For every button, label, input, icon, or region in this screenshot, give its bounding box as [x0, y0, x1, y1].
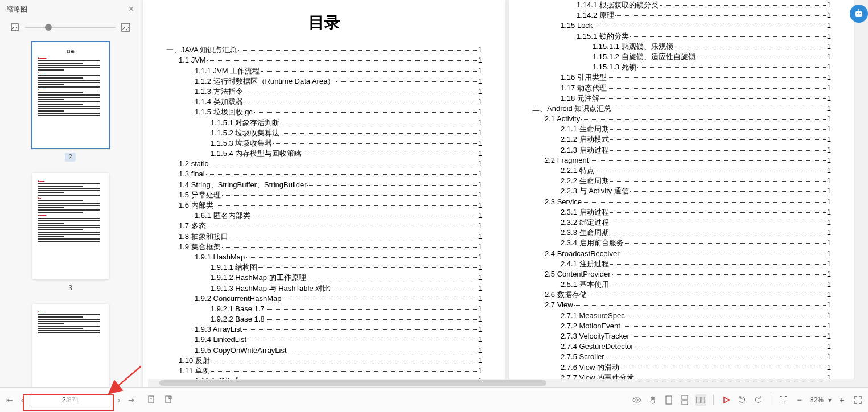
- toc-entry[interactable]: 1.4 String、StringBuffer、StringBuilder1: [166, 180, 482, 190]
- eye-icon[interactable]: [631, 394, 643, 406]
- toc-entry[interactable]: 1.7 多态1: [166, 221, 482, 231]
- toc-entry[interactable]: 1.1.5.1 对象存活判断1: [166, 118, 482, 128]
- single-page-icon[interactable]: [663, 394, 674, 406]
- toc-entry[interactable]: 1.6 内部类1: [166, 200, 482, 211]
- toc-entry[interactable]: 1.18 元注解1: [532, 93, 831, 104]
- zoom-level[interactable]: 82%: [810, 396, 824, 404]
- toc-entry[interactable]: 1.9.1.2 HashMap 的工作原理1: [166, 273, 482, 283]
- thumbnail-page-4[interactable]: ■ ▬▬: [32, 304, 109, 387]
- toc-entry[interactable]: 2.5.1 基本使用1: [532, 279, 831, 290]
- assistant-float-button[interactable]: [850, 5, 868, 23]
- toc-entry[interactable]: 1.15.1.2 自旋锁、适应性自旋锁1: [532, 52, 831, 62]
- toc-entry[interactable]: 1.8 抽象和接口1: [166, 232, 482, 242]
- toc-entry[interactable]: 2.1.3 启动过程1: [532, 145, 831, 155]
- next-page-button[interactable]: ›: [113, 394, 125, 406]
- toc-entry[interactable]: 2.2.2 生命周期1: [532, 176, 831, 186]
- toc-entry[interactable]: 1.1.1 JVM 工作流程1: [166, 66, 482, 76]
- toc-entry[interactable]: 2.5 ContentProvider1: [532, 269, 831, 279]
- toc-entry[interactable]: 2.3.1 启动过程1: [532, 207, 831, 217]
- toc-entry[interactable]: 1.9.2 ConcurrentHashMap1: [166, 294, 482, 304]
- first-page-button[interactable]: ⇤: [3, 394, 16, 406]
- toc-entry[interactable]: 2.4 BroadcastReceiver1: [532, 249, 831, 259]
- scrollbar-thumb[interactable]: [159, 380, 546, 386]
- document-viewport[interactable]: 目录 一、JAVA 知识点汇总11.1 JVM11.1.1 JVM 工作流程11…: [141, 0, 868, 387]
- toc-entry[interactable]: 1.1.2 运行时数据区（Runtime Data Area）1: [166, 76, 482, 86]
- rotate-left-icon[interactable]: [737, 394, 748, 406]
- zoom-in-icon[interactable]: +: [836, 394, 848, 406]
- thumb-large-icon[interactable]: [121, 23, 130, 32]
- two-page-icon[interactable]: [695, 394, 706, 406]
- toc-entry[interactable]: 1.1.3 方法指令1: [166, 86, 482, 97]
- toc-entry[interactable]: 1.15.1.1 悲观锁、乐观锁1: [532, 42, 831, 52]
- play-icon[interactable]: [721, 394, 732, 406]
- thumbnail-page-3[interactable]: ■ ▬▬▬■ ▬■ ▬▬▬▬: [32, 173, 109, 279]
- thumb-small-icon[interactable]: [10, 23, 19, 32]
- toc-entry[interactable]: 2.1.1 生命周期1: [532, 124, 831, 134]
- toc-entry[interactable]: 1.14.2 原理1: [532, 10, 831, 20]
- thumbnail-item[interactable]: 目录 ■ ▬▬▬▬■ ▬▬■ ▬▬▬ 2: [0, 42, 141, 162]
- zoom-out-icon[interactable]: −: [794, 394, 805, 406]
- toc-entry[interactable]: 1.11 单例1: [166, 366, 482, 376]
- toc-entry[interactable]: 2.7 View1: [532, 300, 831, 310]
- fit-width-icon[interactable]: ⛶: [778, 394, 789, 406]
- toc-entry[interactable]: 2.2 Fragment1: [532, 155, 831, 166]
- toc-entry[interactable]: 2.6 数据存储1: [532, 290, 831, 300]
- toc-entry[interactable]: 2.7.2 MotionEvent1: [532, 321, 831, 331]
- toc-entry[interactable]: 1.1 JVM1: [166, 55, 482, 65]
- toc-entry[interactable]: 1.9.2.1 Base 1.71: [166, 304, 482, 314]
- close-sidebar-button[interactable]: ×: [129, 4, 134, 14]
- toc-entry[interactable]: 1.1.5.3 垃圾收集器1: [166, 138, 482, 149]
- toc-entry[interactable]: 2.7.1 MeasureSpec1: [532, 311, 831, 321]
- toc-entry[interactable]: 2.3.2 绑定过程1: [532, 217, 831, 228]
- toc-entry[interactable]: 1.10 反射1: [166, 356, 482, 366]
- toc-entry[interactable]: 1.3 final1: [166, 169, 482, 179]
- zoom-dropdown-icon[interactable]: ▾: [828, 396, 832, 404]
- toc-entry[interactable]: 1.9.1.1 结构图1: [166, 262, 482, 273]
- toc-entry[interactable]: 1.5 异常处理1: [166, 190, 482, 200]
- thumbnails-list[interactable]: 目录 ■ ▬▬▬▬■ ▬▬■ ▬▬▬ 2 ■ ▬▬▬■ ▬■ ▬▬▬▬ 3 ■ …: [0, 36, 141, 387]
- toc-entry[interactable]: 2.7.6 View 的滑动1: [532, 362, 831, 373]
- bookmark-icon[interactable]: [163, 394, 174, 406]
- toc-entry[interactable]: 2.1.2 启动模式1: [532, 134, 831, 145]
- toc-entry[interactable]: 1.17 动态代理1: [532, 83, 831, 93]
- toc-entry[interactable]: 2.7.3 VelocityTracker1: [532, 331, 831, 341]
- thumb-size-slider[interactable]: [25, 27, 116, 28]
- toc-entry[interactable]: 二、Android 知识点汇总1: [532, 104, 831, 114]
- last-page-button[interactable]: ⇥: [125, 394, 138, 406]
- toc-entry[interactable]: 1.15.1.3 死锁1: [532, 62, 831, 72]
- toc-entry[interactable]: 1.2 static1: [166, 159, 482, 169]
- toc-entry[interactable]: 1.9.5 CopyOnWriteArrayList1: [166, 345, 482, 356]
- fullscreen-icon[interactable]: [852, 394, 863, 406]
- toc-entry[interactable]: 2.7.5 Scroller1: [532, 352, 831, 362]
- thumbnail-item[interactable]: ■ ▬▬: [0, 304, 141, 387]
- toc-entry[interactable]: 1.9.3 ArrayList1: [166, 324, 482, 335]
- toc-entry[interactable]: 1.9.1.3 HashMap 与 HashTable 对比1: [166, 283, 482, 294]
- toc-entry[interactable]: 1.9 集合框架1: [166, 242, 482, 252]
- toc-entry[interactable]: 2.3.4 启用前台服务1: [532, 238, 831, 248]
- toc-entry[interactable]: 1.14.1 根据获取的锁分类1: [532, 0, 831, 10]
- toc-entry[interactable]: 2.2.1 特点1: [532, 166, 831, 176]
- toc-entry[interactable]: 2.3 Service1: [532, 197, 831, 207]
- toc-entry[interactable]: 1.15.1 锁的分类1: [532, 31, 831, 42]
- toc-entry[interactable]: 2.4.1 注册过程1: [532, 259, 831, 269]
- toc-entry[interactable]: 1.6.1 匿名内部类1: [166, 211, 482, 221]
- toc-entry[interactable]: 1.1.5 垃圾回收 gc1: [166, 107, 482, 117]
- toc-entry[interactable]: 1.1.5.2 垃圾收集算法1: [166, 128, 482, 138]
- toc-entry[interactable]: 1.16 引用类型1: [532, 72, 831, 83]
- toc-entry[interactable]: 1.9.2.2 Base 1.81: [166, 314, 482, 324]
- toc-entry[interactable]: 1.9.1 HashMap1: [166, 252, 482, 262]
- toc-entry[interactable]: 1.1.4 类加载器1: [166, 97, 482, 107]
- hand-icon[interactable]: [647, 394, 659, 406]
- thumbnail-item[interactable]: ■ ▬▬▬■ ▬■ ▬▬▬▬ 3: [0, 173, 141, 292]
- toc-entry[interactable]: 一、JAVA 知识点汇总1: [166, 45, 482, 55]
- rotate-right-icon[interactable]: [752, 394, 764, 406]
- add-page-icon[interactable]: [146, 394, 157, 406]
- toc-entry[interactable]: 2.1 Activity1: [532, 114, 831, 124]
- toc-entry[interactable]: 1.9.4 LinkedList1: [166, 335, 482, 345]
- toc-entry[interactable]: 1.1.5.4 内存模型与回收策略1: [166, 149, 482, 159]
- toc-entry[interactable]: 2.3.3 生命周期1: [532, 228, 831, 238]
- thumbnail-page-2[interactable]: 目录 ■ ▬▬▬▬■ ▬▬■ ▬▬▬: [32, 42, 109, 148]
- continuous-icon[interactable]: [679, 394, 690, 406]
- toc-entry[interactable]: 2.7.4 GestureDetector1: [532, 341, 831, 352]
- horizontal-scrollbar[interactable]: [148, 379, 863, 387]
